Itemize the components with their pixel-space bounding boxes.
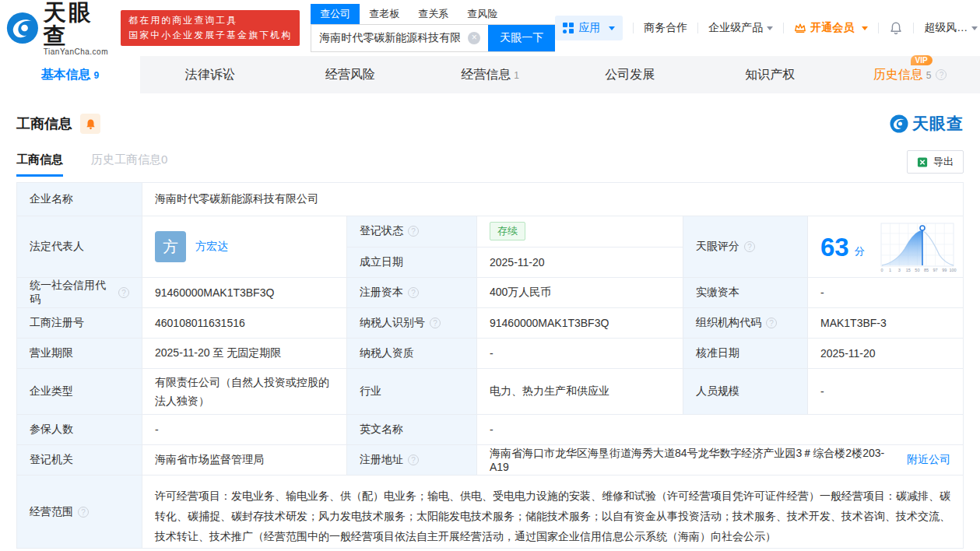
table-row: 参保人数 - 英文名称 - <box>17 414 963 444</box>
vip-badge: VIP <box>911 55 933 65</box>
org-code-label: 组织机构代码 <box>683 308 807 338</box>
taxpayer-quality-value: - <box>476 339 683 368</box>
legal-rep-link[interactable]: 方宏达 <box>195 240 228 254</box>
tab-basic-info-count: 9 <box>94 70 100 81</box>
search-input[interactable] <box>311 25 468 51</box>
super-risk-menu[interactable]: 超级风… <box>924 21 978 35</box>
help-icon[interactable] <box>408 287 419 298</box>
score-value: 63 <box>820 234 849 260</box>
nearby-companies-link[interactable]: 附近公司 <box>907 453 950 467</box>
tianyancha-logo-icon <box>890 114 908 133</box>
business-info-table: 企业名称 海南时代零碳新能源科技有限公司 法定代表人 方 方宏达 登记状态 存续 <box>16 182 964 549</box>
help-icon[interactable] <box>766 318 777 328</box>
enterprise-products-label: 企业级产品 <box>708 21 763 35</box>
reg-capital-label-text: 注册资本 <box>360 286 403 300</box>
tab-legal-proceedings[interactable]: 法律诉讼 <box>140 56 280 93</box>
insured-count-value: - <box>142 415 346 444</box>
search-tab-company[interactable]: 查公司 <box>311 4 360 24</box>
credit-code-label: 统一社会信用代码 <box>17 278 142 307</box>
table-row: 登记状态 存续 <box>346 216 683 247</box>
clear-icon[interactable]: × <box>468 32 480 44</box>
divider <box>697 23 698 33</box>
help-icon[interactable] <box>430 318 441 328</box>
tab-company-development[interactable]: 公司发展 <box>560 56 700 93</box>
taxpayer-quality-label: 纳税人资质 <box>346 339 476 368</box>
reg-authority-label: 登记机关 <box>17 445 142 475</box>
tab-operation-count: 1 <box>514 70 519 81</box>
company-name-label: 企业名称 <box>17 183 142 216</box>
help-icon[interactable] <box>936 69 947 80</box>
tab-operating-risk[interactable]: 经营风险 <box>280 56 420 93</box>
help-icon[interactable] <box>744 241 755 252</box>
status-badge: 存续 <box>490 222 525 240</box>
tab-operating-info[interactable]: 经营信息 1 <box>420 56 560 93</box>
help-icon[interactable] <box>408 226 419 237</box>
subtab-history-business-info[interactable]: 历史工商信息0 <box>91 153 167 177</box>
establish-date-label: 成立日期 <box>346 247 476 278</box>
reg-capital-value: 400万人民币 <box>476 278 683 307</box>
open-vip-label: 开通会员 <box>810 21 854 35</box>
search-tab-relation[interactable]: 查关系 <box>409 4 458 24</box>
search-tab-boss[interactable]: 查老板 <box>360 4 409 24</box>
establish-date-value: 2025-11-20 <box>476 247 683 278</box>
bell-icon <box>85 118 97 130</box>
taxpayer-id-label: 纳税人识别号 <box>346 308 476 338</box>
legal-rep-avatar[interactable]: 方 <box>155 231 186 262</box>
english-name-label: 英文名称 <box>346 415 476 444</box>
apps-grid-icon <box>563 23 574 33</box>
table-row: 工商注册号 460108011631516 纳税人识别号 91460000MAK… <box>17 307 963 338</box>
business-cooperation-link[interactable]: 商务合作 <box>644 21 687 35</box>
business-term-value: 2025-11-20 至 无固定期限 <box>142 339 346 368</box>
apps-label: 应用 <box>578 21 600 35</box>
tab-development-label: 公司发展 <box>605 67 655 83</box>
subscribe-bell-button[interactable] <box>80 114 100 134</box>
table-row: 经营范围 许可经营项目：发电业务、输电业务、供（配）电业务；输电、供电、受电电力… <box>17 475 963 548</box>
notification-bell[interactable] <box>889 21 903 35</box>
chevron-down-icon <box>971 26 978 30</box>
table-row: 企业名称 海南时代零碳新能源科技有限公司 <box>17 183 963 216</box>
subtab-business-info[interactable]: 工商信息 <box>16 153 63 177</box>
company-type-label: 企业类型 <box>17 369 142 414</box>
tab-intellectual-property[interactable]: 知识产权 <box>700 56 840 93</box>
reg-address-label-text: 注册地址 <box>360 453 403 467</box>
export-label: 导出 <box>933 155 954 169</box>
export-button[interactable]: 导出 <box>907 150 964 174</box>
crown-icon <box>794 22 806 34</box>
industry-value: 电力、热力生产和供应业 <box>476 369 683 414</box>
open-vip-menu[interactable]: 开通会员 <box>794 21 868 35</box>
tianyancha-logo-icon <box>6 10 39 46</box>
org-code-value: MAK1T3BF-3 <box>807 308 963 338</box>
apps-menu[interactable]: 应用 <box>555 16 623 40</box>
business-scope-label: 经营范围 <box>17 476 142 548</box>
tab-history-label: 历史信息 <box>873 67 923 83</box>
english-name-value: - <box>476 415 963 444</box>
slogan-line2: 国家中小企业发展子基金旗下机构 <box>128 28 292 43</box>
business-scope-value: 许可经营项目：发电业务、输电业务、供（配）电业务；输电、供电、受电电力设施的安装… <box>142 476 963 548</box>
search-tab-risk[interactable]: 查风险 <box>458 4 507 24</box>
help-icon[interactable] <box>78 507 89 518</box>
taxpayer-id-value: 91460000MAK1T3BF3Q <box>476 308 683 338</box>
table-row: 法定代表人 方 方宏达 登记状态 存续 成立日期 2025-11-20 <box>17 216 963 277</box>
help-icon[interactable] <box>408 454 419 465</box>
brand-slogan: 都在用的商业查询工具 国家中小企业发展子基金旗下机构 <box>121 10 300 46</box>
bell-icon <box>889 21 903 35</box>
svg-text:15: 15 <box>906 268 911 272</box>
tianyancha-watermark: 天眼查 <box>890 113 964 135</box>
reg-number-value: 460108011631516 <box>142 308 346 338</box>
reg-authority-value: 海南省市场监督管理局 <box>142 445 346 475</box>
search-button[interactable]: 天眼一下 <box>488 25 555 51</box>
tab-history-info[interactable]: 历史信息 VIP 5 <box>840 56 980 93</box>
tab-ip-label: 知识产权 <box>745 67 795 83</box>
help-icon[interactable] <box>118 287 129 298</box>
tab-legal-label: 法律诉讼 <box>185 67 235 83</box>
chevron-down-icon <box>609 26 615 30</box>
tab-basic-info[interactable]: 基本信息 9 <box>0 56 140 93</box>
enterprise-products-menu[interactable]: 企业级产品 <box>708 21 773 35</box>
tianyancha-logo[interactable]: 天眼查 TianYanCha.com <box>6 1 111 56</box>
score-cell[interactable]: 63 分 <box>807 216 963 277</box>
reg-capital-label: 注册资本 <box>346 278 476 307</box>
table-row: 营业期限 2025-11-20 至 无固定期限 纳税人资质 - 核准日期 202… <box>17 338 963 368</box>
svg-text:99: 99 <box>942 268 947 272</box>
insured-count-label: 参保人数 <box>17 415 142 444</box>
reg-address-value: 海南省海口市龙华区海垦街道海秀大道84号龙华数字经济产业园3＃综合楼2楼203-… <box>490 447 899 473</box>
